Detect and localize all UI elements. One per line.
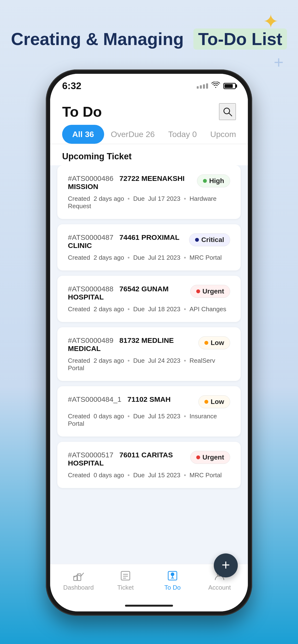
due-label: Due	[133, 412, 145, 420]
ticket-meta: Created 2 days ago • Due Jul 17 2023 • H…	[68, 195, 230, 210]
category-value: MRC Portal	[190, 472, 222, 479]
ticket-card-1[interactable]: #ATS0000487 74461 PROXIMAL CLINIC Critic…	[57, 224, 241, 270]
wifi-icon	[211, 82, 220, 90]
priority-label: Low	[211, 339, 224, 347]
nav-todo-label: To Do	[164, 584, 181, 591]
priority-badge: Low	[198, 336, 230, 349]
ticket-id: #ATS0000488	[68, 285, 113, 293]
svg-rect-5	[121, 572, 130, 580]
svg-line-1	[229, 113, 232, 116]
tab-all[interactable]: All 36	[62, 125, 104, 144]
ticket-id: #ATS0000489	[68, 336, 113, 344]
ticket-id: #ATS0000484_1	[68, 395, 121, 403]
phone-screen: 6:32	[50, 74, 248, 612]
due-label: Due	[133, 357, 145, 364]
ticket-meta: Created 2 days ago • Due Jul 21 2023 • M…	[68, 254, 230, 262]
due-value: Jul 24 2023	[148, 357, 180, 364]
priority-dot	[204, 400, 208, 404]
created-value: 0 days ago	[94, 472, 124, 479]
due-value: Jul 18 2023	[148, 306, 180, 313]
priority-dot	[203, 179, 207, 183]
nav-ticket-label: Ticket	[117, 584, 134, 591]
ticket-id-name: #ATS0000488 76542 GUNAM HOSPITAL	[68, 285, 190, 301]
priority-badge: Urgent	[190, 285, 230, 298]
header-prefix: Creating & Managing	[11, 30, 184, 49]
category-value: API Changes	[190, 306, 226, 313]
priority-dot	[204, 341, 208, 345]
ticket-card-0[interactable]: #ATS0000486 72722 MEENAKSHI MISSION High…	[57, 165, 241, 219]
priority-badge: High	[197, 174, 230, 187]
priority-dot	[196, 290, 200, 293]
nav-ticket[interactable]: Ticket	[102, 570, 149, 591]
top-bar: To Do	[50, 95, 248, 125]
ticket-id: #ATS0000486	[68, 174, 113, 182]
due-value: Jul 17 2023	[148, 195, 180, 202]
nav-dashboard-label: Dashboard	[63, 584, 94, 591]
search-button[interactable]	[219, 103, 236, 120]
ticket-meta: Created 0 days ago • Due Jul 15 2023 • I…	[68, 412, 230, 428]
ticket-card-3[interactable]: #ATS0000489 81732 MEDLINE MEDICAL Low Cr…	[57, 327, 241, 381]
due-value: Jul 15 2023	[148, 472, 180, 479]
page-title: To Do	[62, 104, 102, 120]
nav-account-label: Account	[208, 584, 231, 591]
due-label: Due	[133, 472, 145, 479]
ticket-meta: Created 2 days ago • Due Jul 24 2023 • R…	[68, 357, 230, 372]
created-label: Created	[68, 306, 90, 313]
status-bar: 6:32	[50, 74, 248, 95]
ticket-card-2[interactable]: #ATS0000488 76542 GUNAM HOSPITAL Urgent …	[57, 276, 241, 322]
created-value: 2 days ago	[94, 254, 124, 261]
due-value: Jul 15 2023	[148, 412, 180, 420]
priority-label: Critical	[201, 236, 224, 244]
tab-today[interactable]: Today 0	[162, 125, 203, 144]
app-content: To Do All 36 OverDue 26 Today 0 Upcom Up…	[50, 95, 248, 564]
signal-icon	[197, 84, 208, 89]
nav-dashboard[interactable]: Dashboard	[55, 570, 102, 591]
ticket-id-name: #ATS0000489 81732 MEDLINE MEDICAL	[68, 336, 198, 353]
status-time: 6:32	[62, 80, 81, 91]
ticket-id: #ATS0000517	[68, 451, 113, 459]
due-label: Due	[133, 254, 145, 261]
phone-frame: 6:32	[46, 70, 252, 616]
created-label: Created	[68, 412, 90, 420]
priority-label: Urgent	[203, 288, 224, 295]
filter-tabs: All 36 OverDue 26 Today 0 Upcom	[50, 125, 248, 144]
ticket-meta: Created 0 days ago • Due Jul 15 2023 • M…	[68, 472, 230, 479]
ticket-id-name: #ATS0000487 74461 PROXIMAL CLINIC	[68, 233, 189, 250]
page-header: Creating & Managing To-Do List	[0, 29, 298, 49]
section-header: Upcoming Ticket	[50, 144, 248, 165]
tab-upcoming[interactable]: Upcom	[203, 125, 243, 144]
tab-overdue[interactable]: OverDue 26	[104, 125, 162, 144]
home-indicator	[50, 603, 248, 612]
priority-dot	[196, 456, 200, 459]
created-value: 2 days ago	[94, 306, 124, 313]
priority-badge: Low	[198, 395, 230, 408]
due-label: Due	[133, 306, 145, 313]
priority-label: Low	[211, 398, 224, 406]
priority-label: High	[209, 177, 224, 185]
due-value: Jul 21 2023	[148, 254, 180, 261]
created-label: Created	[68, 254, 90, 261]
battery-icon	[223, 83, 236, 89]
star-decoration: ✦	[263, 12, 279, 31]
fab-add-button[interactable]: +	[214, 554, 238, 578]
ticket-id-name: #ATS0000484_1 71102 SMAH	[68, 395, 198, 404]
category-value: MRC Portal	[190, 254, 222, 261]
status-icons	[197, 82, 236, 90]
created-value: 2 days ago	[94, 195, 124, 202]
ticket-id: #ATS0000487	[68, 233, 113, 241]
header-highlight: To-Do List	[193, 28, 287, 50]
due-label: Due	[133, 195, 145, 202]
nav-todo[interactable]: To Do	[149, 570, 196, 591]
ticket-id-name: #ATS0000517 76011 CARITAS HOSPITAL	[68, 451, 190, 467]
priority-badge: Urgent	[190, 451, 230, 464]
ticket-card-4[interactable]: #ATS0000484_1 71102 SMAH Low Created 0 d…	[57, 386, 241, 436]
ticket-meta: Created 2 days ago • Due Jul 18 2023 • A…	[68, 306, 230, 313]
ticket-card-5[interactable]: #ATS0000517 76011 CARITAS HOSPITAL Urgen…	[57, 442, 241, 488]
created-value: 0 days ago	[94, 412, 124, 420]
priority-label: Urgent	[203, 454, 224, 461]
priority-dot	[195, 238, 199, 242]
created-label: Created	[68, 472, 90, 479]
created-label: Created	[68, 357, 90, 364]
created-label: Created	[68, 195, 90, 202]
ticket-list: #ATS0000486 72722 MEENAKSHI MISSION High…	[50, 165, 248, 564]
